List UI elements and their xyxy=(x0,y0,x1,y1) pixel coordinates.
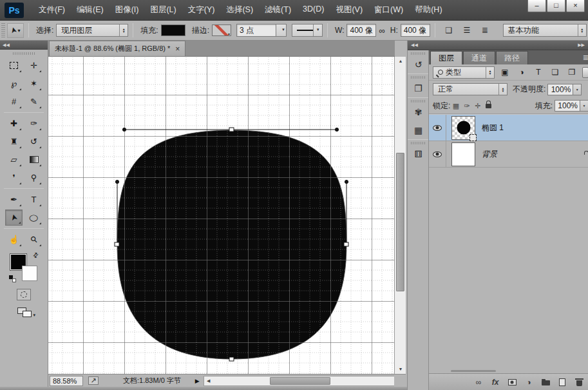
tool-history-brush[interactable]: ↺ xyxy=(25,133,43,150)
blend-mode-dropdown[interactable]: 正常 xyxy=(433,83,507,95)
smart-object-filter-button[interactable]: ❐ xyxy=(565,66,578,79)
tool-quick-selection[interactable]: ✶ xyxy=(25,75,43,92)
panel-menu-icon[interactable]: ≣ xyxy=(583,54,588,62)
anchor-bottom[interactable] xyxy=(229,357,234,361)
current-tool-button[interactable]: ➤ xyxy=(7,23,24,38)
background-color-swatch[interactable] xyxy=(22,266,37,281)
link-dimensions-icon[interactable]: ∞ xyxy=(379,26,384,35)
lock-all-button[interactable] xyxy=(483,101,494,112)
pixel-filter-button[interactable]: ▣ xyxy=(498,66,511,79)
layer-name[interactable]: 椭圆 1 xyxy=(482,122,504,133)
menu-image[interactable]: 图像(I) xyxy=(109,2,145,18)
quick-mask-button[interactable] xyxy=(17,289,31,300)
vertical-scroll-thumb[interactable] xyxy=(396,153,404,291)
panel-3d-button[interactable]: ⚅ xyxy=(408,145,429,163)
visibility-toggle[interactable] xyxy=(429,141,446,167)
lock-pixels-button[interactable]: ✑ xyxy=(461,101,472,112)
horizontal-scroll-thumb[interactable] xyxy=(270,377,330,385)
link-layers-button[interactable]: ∞ xyxy=(474,377,483,387)
tool-eyedropper[interactable]: ✎ xyxy=(25,93,43,110)
menu-view[interactable]: 视图(V) xyxy=(330,2,368,18)
dropdown-arrow-icon[interactable] xyxy=(580,100,588,112)
tool-gradient[interactable] xyxy=(25,151,43,168)
menu-window[interactable]: 窗口(W) xyxy=(368,2,409,18)
fill-control[interactable]: 100% xyxy=(555,100,588,112)
tool-clone-stamp[interactable]: ♜ xyxy=(5,133,23,150)
menu-help[interactable]: 帮助(H) xyxy=(409,2,448,18)
layer-thumbnail[interactable] xyxy=(451,142,475,166)
menu-select[interactable]: 选择(S) xyxy=(220,2,259,18)
tab-layers[interactable]: 图层 xyxy=(430,51,462,64)
expand-panels-icon[interactable]: ◀◀ xyxy=(411,43,418,48)
lock-position-button[interactable]: ✛ xyxy=(472,101,483,112)
shape-width-field[interactable]: 400 像 xyxy=(346,24,376,37)
screen-mode-button[interactable] xyxy=(16,306,32,318)
menu-3d[interactable]: 3D(D) xyxy=(297,2,330,18)
tool-lasso[interactable]: ℘ xyxy=(5,75,23,92)
close-document-icon[interactable]: × xyxy=(175,44,180,54)
tool-eraser[interactable]: ▱ xyxy=(5,151,23,168)
stroke-width-field[interactable]: 3 点 xyxy=(236,24,276,37)
anchor-top[interactable] xyxy=(229,128,234,132)
tool-brush[interactable]: ✑ xyxy=(25,115,43,132)
filter-toggle-switch[interactable] xyxy=(582,67,588,78)
new-group-button[interactable] xyxy=(541,377,550,387)
add-layer-mask-button[interactable] xyxy=(507,377,517,387)
opacity-value[interactable]: 100% xyxy=(547,84,573,95)
menu-file[interactable]: 文件(F) xyxy=(33,2,71,18)
tool-rectangular-marquee[interactable] xyxy=(5,57,23,73)
zoom-level-field[interactable]: 88.58% xyxy=(50,376,83,386)
layer-style-button[interactable]: fx xyxy=(491,377,500,387)
status-expand-icon[interactable]: ▶ xyxy=(195,378,200,384)
panel-swatches-button[interactable]: ▦ xyxy=(408,121,429,139)
default-colors-icon[interactable] xyxy=(9,275,16,282)
tool-blur[interactable]: ❜ xyxy=(5,170,23,186)
tool-dodge[interactable]: ⚲ xyxy=(25,170,43,186)
select-mode-dropdown[interactable]: 现用图层 xyxy=(56,24,128,37)
path-arrangement-button[interactable]: ≣ xyxy=(477,24,493,37)
menu-edit[interactable]: 编辑(E) xyxy=(71,2,109,18)
tab-channels[interactable]: 通道 xyxy=(463,51,495,64)
tool-spot-healing[interactable]: ✚ xyxy=(5,115,23,132)
tool-hand[interactable]: ☝ xyxy=(5,231,23,248)
workspace-dropdown[interactable]: 基本功能 xyxy=(503,24,587,37)
stroke-width-dropdown[interactable] xyxy=(276,24,287,37)
panel-color-button[interactable]: ✾ xyxy=(408,103,429,121)
filter-type-dropdown[interactable]: 类型 xyxy=(433,66,495,79)
type-filter-button[interactable]: T xyxy=(532,66,545,79)
menu-type[interactable]: 文字(Y) xyxy=(182,2,221,18)
menu-layer[interactable]: 图层(L) xyxy=(144,2,182,18)
collapse-panels-icon[interactable]: ▶▶ xyxy=(578,43,585,48)
maximize-button[interactable]: □ xyxy=(547,0,565,12)
tool-move[interactable]: ✛ xyxy=(25,57,43,73)
shape-filter-button[interactable]: ❏ xyxy=(549,66,562,79)
fill-color-swatch[interactable] xyxy=(161,24,185,36)
lock-transparent-button[interactable]: ▦ xyxy=(450,101,461,112)
tool-type[interactable]: T xyxy=(25,191,43,208)
fill-value[interactable]: 100% xyxy=(555,100,580,112)
scroll-left-icon[interactable]: ◀ xyxy=(204,376,213,385)
tab-paths[interactable]: 路径 xyxy=(496,51,528,64)
scroll-up-icon[interactable]: ▲ xyxy=(395,57,406,66)
path-operations-button[interactable]: ❑ xyxy=(441,24,457,37)
visibility-toggle[interactable] xyxy=(429,115,446,141)
share-icon[interactable]: ↗ xyxy=(88,376,99,385)
swap-colors-icon[interactable]: ⇄ xyxy=(31,251,40,260)
dropdown-arrow-icon[interactable] xyxy=(573,84,582,95)
opacity-control[interactable]: 100% xyxy=(547,84,582,95)
delete-layer-button[interactable] xyxy=(574,377,583,387)
handle-dot[interactable] xyxy=(345,180,348,183)
anchor-left[interactable] xyxy=(115,242,119,246)
handle-dot[interactable] xyxy=(122,128,126,131)
adjustment-filter-button[interactable]: ◑ xyxy=(515,66,528,79)
canvas[interactable] xyxy=(48,57,394,374)
tool-ellipse[interactable]: ◯ xyxy=(25,210,43,226)
minimize-button[interactable]: – xyxy=(527,0,546,12)
tool-zoom[interactable]: ⚲ xyxy=(25,231,43,248)
layer-name[interactable]: 背景 xyxy=(482,149,497,160)
stroke-type-dropdown[interactable] xyxy=(292,24,323,37)
menu-filter[interactable]: 滤镜(T) xyxy=(259,2,297,18)
document-tab[interactable]: 未标题-1 @ 88.6% (椭圆 1, RGB/8) * × xyxy=(49,41,185,56)
new-layer-button[interactable] xyxy=(558,377,567,387)
dock-header[interactable]: ◀◀ ▶▶ xyxy=(408,41,588,50)
